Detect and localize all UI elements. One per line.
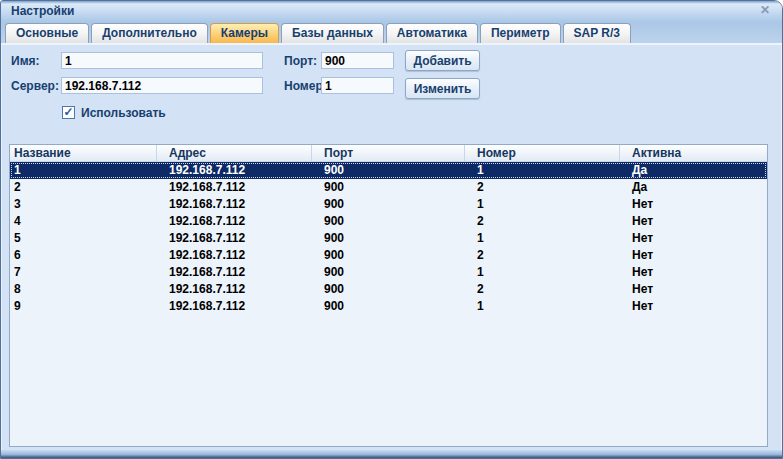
cameras-table: НазваниеАдресПортНомерАктивна 1 192.168.… bbox=[9, 144, 768, 447]
table-row[interactable]: 3 192.168.7.112 900 1 Нет bbox=[10, 196, 767, 213]
cell-number: 1 bbox=[465, 162, 620, 179]
check-icon: ✓ bbox=[63, 105, 73, 119]
cell-number: 2 bbox=[465, 247, 620, 264]
cell-port: 900 bbox=[312, 247, 465, 264]
cell-active: Нет bbox=[620, 281, 767, 298]
cell-number: 1 bbox=[465, 230, 620, 247]
cell-number: 2 bbox=[465, 179, 620, 196]
cell-port: 900 bbox=[312, 281, 465, 298]
port-input[interactable] bbox=[321, 52, 394, 69]
cell-address: 192.168.7.112 bbox=[157, 179, 312, 196]
cell-active: Нет bbox=[620, 213, 767, 230]
tab[interactable]: Автоматика bbox=[386, 23, 478, 43]
table-header-cell[interactable]: Адрес bbox=[157, 145, 312, 162]
cell-active: Нет bbox=[620, 230, 767, 247]
cell-name: 4 bbox=[10, 213, 157, 230]
window-title: Настройки bbox=[11, 4, 74, 18]
tab[interactable]: Дополнительно bbox=[91, 23, 208, 43]
cell-active: Нет bbox=[620, 264, 767, 281]
cell-active: Да bbox=[620, 162, 767, 179]
cell-number: 1 bbox=[465, 264, 620, 281]
cell-name: 7 bbox=[10, 264, 157, 281]
cell-port: 900 bbox=[312, 264, 465, 281]
window-bottom-frame bbox=[1, 450, 782, 458]
table-body: 1 192.168.7.112 900 1 Да 2 192.168.7.112… bbox=[10, 162, 767, 315]
add-button[interactable]: Добавить bbox=[405, 50, 480, 71]
cell-active: Нет bbox=[620, 298, 767, 315]
use-checkbox[interactable]: ✓ bbox=[62, 106, 75, 119]
cell-number: 2 bbox=[465, 281, 620, 298]
table-header-cell[interactable]: Номер bbox=[465, 145, 620, 162]
tab[interactable]: SAP R/3 bbox=[563, 23, 631, 43]
edit-button[interactable]: Изменить bbox=[405, 78, 480, 99]
cell-port: 900 bbox=[312, 196, 465, 213]
cell-address: 192.168.7.112 bbox=[157, 162, 312, 179]
settings-window: Настройки ✕ ОсновныеДополнительноКамерыБ… bbox=[0, 0, 783, 459]
tab[interactable]: Основные bbox=[5, 23, 89, 43]
table-header-cell[interactable]: Название bbox=[10, 145, 157, 162]
table-header-cell[interactable]: Активна bbox=[620, 145, 767, 162]
table-row[interactable]: 5 192.168.7.112 900 1 Нет bbox=[10, 230, 767, 247]
cell-name: 5 bbox=[10, 230, 157, 247]
table-row[interactable]: 1 192.168.7.112 900 1 Да bbox=[10, 162, 767, 179]
cell-address: 192.168.7.112 bbox=[157, 264, 312, 281]
close-icon[interactable]: ✕ bbox=[757, 3, 773, 18]
cell-number: 2 bbox=[465, 213, 620, 230]
title-bar[interactable]: Настройки ✕ bbox=[1, 1, 782, 22]
name-label: Имя: bbox=[11, 54, 40, 68]
use-checkbox-label[interactable]: Использовать bbox=[81, 106, 166, 120]
cell-port: 900 bbox=[312, 230, 465, 247]
table-header-cell[interactable]: Порт bbox=[312, 145, 465, 162]
cell-port: 900 bbox=[312, 179, 465, 196]
table-row[interactable]: 7 192.168.7.112 900 1 Нет bbox=[10, 264, 767, 281]
cell-active: Да bbox=[620, 179, 767, 196]
number-input[interactable] bbox=[321, 77, 394, 94]
tab[interactable]: Периметр bbox=[480, 23, 561, 43]
cell-address: 192.168.7.112 bbox=[157, 230, 312, 247]
cell-name: 9 bbox=[10, 298, 157, 315]
cell-address: 192.168.7.112 bbox=[157, 247, 312, 264]
cell-name: 2 bbox=[10, 179, 157, 196]
tab-strip: ОсновныеДополнительноКамерыБазы данныхАв… bbox=[1, 22, 782, 45]
name-input[interactable] bbox=[61, 52, 263, 69]
server-input[interactable] bbox=[61, 77, 263, 94]
cell-active: Нет bbox=[620, 247, 767, 264]
table-row[interactable]: 6 192.168.7.112 900 2 Нет bbox=[10, 247, 767, 264]
cell-port: 900 bbox=[312, 213, 465, 230]
tab[interactable]: Камеры bbox=[210, 23, 279, 43]
cell-address: 192.168.7.112 bbox=[157, 213, 312, 230]
cell-name: 8 bbox=[10, 281, 157, 298]
port-label: Порт: bbox=[284, 54, 317, 68]
cell-name: 1 bbox=[10, 162, 157, 179]
cell-name: 6 bbox=[10, 247, 157, 264]
table-row[interactable]: 8 192.168.7.112 900 2 Нет bbox=[10, 281, 767, 298]
table-header: НазваниеАдресПортНомерАктивна bbox=[10, 145, 767, 162]
cell-active: Нет bbox=[620, 196, 767, 213]
cell-address: 192.168.7.112 bbox=[157, 298, 312, 315]
table-row[interactable]: 2 192.168.7.112 900 2 Да bbox=[10, 179, 767, 196]
cell-port: 900 bbox=[312, 298, 465, 315]
cell-port: 900 bbox=[312, 162, 465, 179]
tab[interactable]: Базы данных bbox=[281, 23, 384, 43]
cell-number: 1 bbox=[465, 298, 620, 315]
cell-name: 3 bbox=[10, 196, 157, 213]
cell-address: 192.168.7.112 bbox=[157, 281, 312, 298]
table-row[interactable]: 4 192.168.7.112 900 2 Нет bbox=[10, 213, 767, 230]
cell-address: 192.168.7.112 bbox=[157, 196, 312, 213]
cell-number: 1 bbox=[465, 196, 620, 213]
server-label: Сервер: bbox=[11, 79, 59, 93]
table-row[interactable]: 9 192.168.7.112 900 1 Нет bbox=[10, 298, 767, 315]
